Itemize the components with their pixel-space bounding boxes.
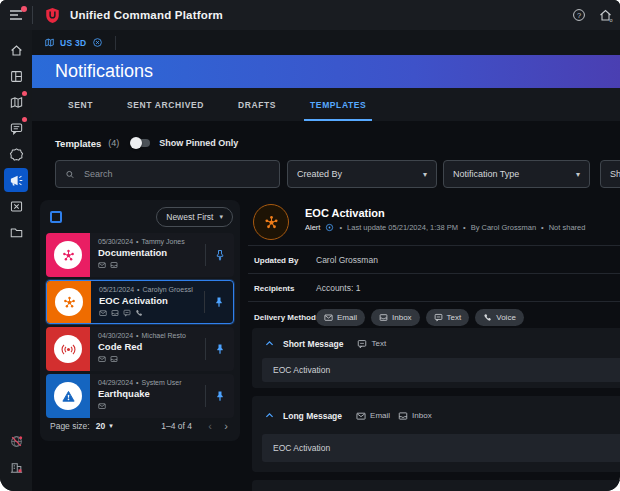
page-header: Notifications xyxy=(32,55,620,88)
created-by-label: Created By xyxy=(297,169,342,179)
voice-icon xyxy=(483,313,492,322)
short-message-channel-text: Text xyxy=(357,339,386,349)
page-size-label: Page size: xyxy=(50,421,90,431)
short-message-title: Short Message xyxy=(283,339,343,349)
app-title: Unified Command Platform xyxy=(70,9,223,21)
card-author: System User xyxy=(142,379,182,386)
pin-button[interactable] xyxy=(206,233,234,277)
nav-globe-status-button[interactable] xyxy=(4,429,28,453)
broadcast-icon xyxy=(61,342,76,357)
voice-icon xyxy=(135,309,143,317)
question-circle-icon: ? xyxy=(572,8,586,22)
nav-maps-button[interactable] xyxy=(4,90,28,114)
folder-icon xyxy=(9,225,24,240)
pin-button[interactable] xyxy=(206,374,234,418)
nav-media-button[interactable] xyxy=(4,194,28,218)
svg-text:o: o xyxy=(609,17,612,23)
pin-outline-icon xyxy=(214,249,226,261)
help-button[interactable]: ? xyxy=(572,8,586,22)
nav-facility-button[interactable] xyxy=(4,455,28,479)
warning-triangle-icon xyxy=(61,389,76,404)
bullet: • xyxy=(136,379,138,386)
page-size-dropdown[interactable]: 20 ▾ xyxy=(96,421,113,431)
channel-label: Text xyxy=(371,339,386,348)
prev-page-button[interactable]: ‹ xyxy=(202,420,218,432)
search-input[interactable] xyxy=(82,168,270,180)
sort-label: Newest First xyxy=(166,212,213,222)
share-dropdown[interactable]: Share xyxy=(600,160,620,188)
updated-by-value: Carol Grossman xyxy=(316,255,378,265)
seal-badge-icon xyxy=(9,147,24,162)
caret-down-icon: ▾ xyxy=(109,422,113,430)
context-chip[interactable]: US 3D xyxy=(44,37,103,48)
nav-home-button[interactable] xyxy=(4,38,28,62)
nav-notifications-button[interactable] xyxy=(4,168,28,192)
map-book-icon xyxy=(9,95,24,110)
inbox-icon xyxy=(398,411,408,421)
nav-messages-button[interactable] xyxy=(4,116,28,140)
email-icon xyxy=(98,355,106,363)
long-message-title: Long Message xyxy=(283,411,342,421)
card-title: Documentation xyxy=(98,247,205,258)
tab-sent-archived[interactable]: SENT ARCHIVED xyxy=(127,88,204,121)
page-size-value: 20 xyxy=(96,421,105,431)
hub-icon xyxy=(61,248,76,263)
caret-down-icon: ▾ xyxy=(423,170,427,179)
image-cancel-icon xyxy=(9,199,24,214)
sort-dropdown[interactable]: Newest First ▾ xyxy=(156,207,233,227)
card-author: Michael Resto xyxy=(142,332,186,339)
long-message-channel-email: Email xyxy=(356,411,390,421)
detail-type-avatar xyxy=(253,204,289,240)
nav-badge-button[interactable] xyxy=(4,142,28,166)
caret-down-icon: ▾ xyxy=(576,170,580,179)
updated-by-label: Updated By xyxy=(254,256,316,265)
chevron-up-icon[interactable] xyxy=(264,338,275,349)
menu-toggle-button[interactable] xyxy=(0,0,32,30)
page-title: Notifications xyxy=(55,61,153,82)
notification-type-dropdown[interactable]: Notification Type ▾ xyxy=(443,160,590,188)
template-type-badge xyxy=(46,233,90,277)
detail-author: By Carol Grossman xyxy=(471,223,536,232)
tab-sent[interactable]: SENT xyxy=(68,88,93,121)
tab-bar: SENT SENT ARCHIVED DRAFTS TEMPLATES xyxy=(32,88,620,121)
created-by-dropdown[interactable]: Created By ▾ xyxy=(287,160,437,188)
card-date: 04/30/2024 xyxy=(98,332,133,339)
short-message-content: EOC Activation xyxy=(262,358,620,382)
home-badge-button[interactable]: o xyxy=(598,8,614,23)
template-card-eoc-activation[interactable]: 05/21/2024•Carolyn Groessl EOC Activatio… xyxy=(46,280,234,324)
text-icon xyxy=(123,309,131,317)
template-card-documentation[interactable]: 05/30/2024•Tammy Jones Documentation xyxy=(46,233,234,277)
chip-label: Text xyxy=(447,313,462,322)
chevron-up-icon[interactable] xyxy=(264,410,275,421)
detail-last-update: Last update 05/21/2024, 1:38 PM xyxy=(347,223,458,232)
left-nav-rail xyxy=(0,30,32,491)
caret-down-icon: ▾ xyxy=(219,213,223,221)
delivery-method-label: Delivery Method xyxy=(254,313,316,322)
pin-button[interactable] xyxy=(206,327,234,371)
card-author: Carolyn Groessl xyxy=(143,286,193,293)
next-section-partial xyxy=(252,480,620,491)
close-circle-icon[interactable] xyxy=(92,37,103,48)
card-date: 04/29/2024 xyxy=(98,379,133,386)
globe-disconnected-icon xyxy=(9,434,24,449)
delivery-chip-voice: Voice xyxy=(475,309,524,326)
show-pinned-toggle[interactable] xyxy=(130,138,152,148)
brand-shield-logo xyxy=(45,7,60,24)
long-message-content: EOC Activation xyxy=(262,434,620,462)
template-card-earthquake[interactable]: 04/29/2024•System User Earthquake xyxy=(46,374,234,418)
hub-icon xyxy=(62,295,77,310)
tab-templates[interactable]: TEMPLATES xyxy=(310,88,366,121)
tab-drafts[interactable]: DRAFTS xyxy=(238,88,276,121)
top-bar: Unified Command Platform ? o xyxy=(0,0,620,30)
pin-button[interactable] xyxy=(205,281,233,323)
inbox-icon xyxy=(110,261,118,269)
nav-dashboard-button[interactable] xyxy=(4,64,28,88)
alert-type-icon xyxy=(325,223,334,232)
template-card-code-red[interactable]: 04/30/2024•Michael Resto Code Red xyxy=(46,327,234,371)
recipients-row: Recipients Accounts: 1 xyxy=(248,273,620,302)
template-type-badge xyxy=(46,374,90,418)
select-all-checkbox[interactable] xyxy=(50,211,62,223)
next-page-button[interactable]: › xyxy=(218,420,234,432)
nav-files-button[interactable] xyxy=(4,220,28,244)
card-date: 05/21/2024 xyxy=(99,286,134,293)
